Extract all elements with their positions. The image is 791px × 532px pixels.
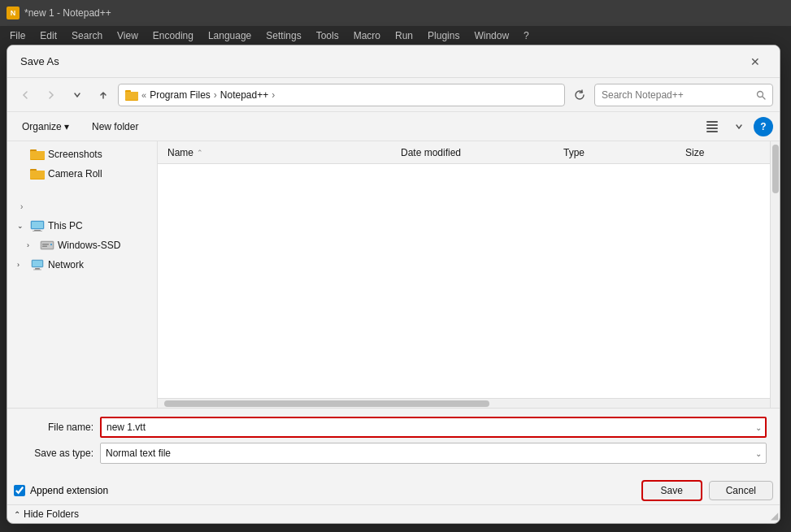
- organize-button[interactable]: Organize ▾: [14, 119, 77, 135]
- sidebar-item-windows-ssd[interactable]: › Windows-SSD: [7, 236, 157, 255]
- svg-rect-27: [33, 270, 41, 270]
- sidebar: Screenshots Camera Roll › ⌄: [7, 141, 158, 408]
- svg-rect-18: [32, 222, 43, 228]
- menu-encoding[interactable]: Encoding: [146, 28, 200, 43]
- help-button[interactable]: ?: [754, 117, 773, 136]
- append-extension-checkbox[interactable]: [14, 485, 25, 496]
- back-button[interactable]: [14, 84, 37, 106]
- svg-rect-25: [33, 261, 42, 266]
- file-list-container: Name ⌃ Date modified Type Size: [158, 141, 770, 408]
- breadcrumb-bar: « Program Files › Notepad++ ›: [118, 84, 565, 106]
- camera-roll-folder-icon: [30, 168, 45, 179]
- svg-rect-14: [30, 171, 45, 179]
- this-pc-icon: [30, 220, 45, 231]
- main-content: Screenshots Camera Roll › ⌄: [7, 141, 780, 408]
- view-dropdown-button[interactable]: [728, 115, 750, 138]
- footer-row: Append extension Save Cancel: [7, 475, 780, 504]
- dialog-close-button[interactable]: ✕: [744, 50, 767, 73]
- svg-rect-2: [125, 92, 138, 100]
- search-icon: [756, 90, 766, 100]
- savetype-select-wrap: Normal text file ⌄: [100, 443, 767, 464]
- screenshots-folder-icon: [30, 149, 45, 160]
- breadcrumb-dropdown-button[interactable]: [66, 84, 89, 106]
- network-icon: [30, 259, 45, 270]
- sidebar-item-network[interactable]: › Network: [7, 255, 157, 275]
- windows-ssd-icon: [40, 240, 54, 251]
- this-pc-label: This PC: [48, 220, 83, 231]
- hide-folders-row: ⌃ Hide Folders: [7, 504, 780, 523]
- toolbar-row: Organize ▾ New folder ?: [7, 112, 780, 141]
- toolbar-right: ?: [702, 115, 773, 138]
- expand-arrow-network: ›: [17, 261, 27, 269]
- list-view-icon: [706, 121, 719, 132]
- search-input[interactable]: [602, 89, 753, 101]
- hide-folders-button[interactable]: ⌃ Hide Folders: [14, 508, 79, 520]
- breadcrumb-part1[interactable]: Program Files: [150, 89, 211, 101]
- col-header-size[interactable]: Size: [682, 145, 763, 160]
- resize-handle[interactable]: ◢: [771, 510, 778, 521]
- col-header-date[interactable]: Date modified: [398, 145, 560, 160]
- col-header-name[interactable]: Name ⌃: [164, 145, 398, 160]
- menu-window[interactable]: Window: [467, 28, 515, 43]
- svg-rect-21: [42, 244, 49, 245]
- sidebar-item-this-pc[interactable]: ⌄ This PC: [7, 216, 157, 236]
- expand-chevron: ›: [20, 202, 23, 211]
- notepad-icon: N: [7, 6, 20, 19]
- svg-rect-7: [706, 128, 718, 129]
- svg-rect-22: [42, 246, 47, 248]
- sort-arrow: ⌃: [197, 149, 203, 157]
- menu-view[interactable]: View: [111, 28, 145, 43]
- svg-rect-8: [706, 131, 718, 132]
- refresh-button[interactable]: [568, 84, 591, 106]
- sidebar-item-camera-roll[interactable]: Camera Roll: [7, 164, 157, 184]
- h-scrollbar-thumb[interactable]: [164, 400, 489, 407]
- expand-arrow-ssd: ›: [27, 241, 37, 249]
- filename-label: File name:: [20, 422, 93, 433]
- sidebar-item-screenshots[interactable]: Screenshots: [7, 145, 157, 164]
- view-icon-button[interactable]: [702, 115, 724, 138]
- menu-file[interactable]: File: [3, 28, 32, 43]
- breadcrumb-part2[interactable]: Notepad++: [220, 89, 268, 101]
- dialog-title: Save As: [20, 55, 59, 67]
- breadcrumb-label: «: [141, 90, 146, 100]
- menu-settings[interactable]: Settings: [259, 28, 307, 43]
- vertical-scrollbar[interactable]: [770, 141, 780, 408]
- svg-line-4: [763, 96, 766, 99]
- save-button[interactable]: Save: [641, 480, 702, 501]
- save-as-dialog: Save As ✕ « Program Files › Notepad++: [7, 45, 780, 524]
- menu-tools[interactable]: Tools: [310, 28, 346, 43]
- menu-search[interactable]: Search: [65, 28, 109, 43]
- col-header-type[interactable]: Type: [560, 145, 682, 160]
- menu-edit[interactable]: Edit: [33, 28, 63, 43]
- filename-input[interactable]: [100, 417, 767, 438]
- menu-run[interactable]: Run: [389, 28, 419, 43]
- dialog-titlebar: Save As ✕: [7, 45, 780, 78]
- savetype-row: Save as type: Normal text file ⌄: [20, 443, 767, 464]
- append-ext-wrap: Append extension: [14, 485, 108, 496]
- savetype-label: Save as type:: [20, 448, 93, 459]
- forward-button[interactable]: [40, 84, 63, 106]
- menu-language[interactable]: Language: [202, 28, 258, 43]
- hide-folders-arrow: ⌃: [14, 510, 20, 519]
- sidebar-expand-row[interactable]: ›: [7, 197, 157, 216]
- navigation-bar: « Program Files › Notepad++ ›: [7, 78, 780, 112]
- new-folder-button[interactable]: New folder: [84, 119, 146, 135]
- v-scrollbar-thumb[interactable]: [772, 145, 779, 193]
- menu-macro[interactable]: Macro: [347, 28, 387, 43]
- camera-roll-label: Camera Roll: [48, 168, 102, 179]
- cancel-button[interactable]: Cancel: [709, 481, 773, 500]
- savetype-select[interactable]: Normal text file: [100, 443, 767, 464]
- search-bar: [594, 84, 773, 106]
- file-list: Name ⌃ Date modified Type Size: [158, 141, 770, 398]
- up-button[interactable]: [92, 84, 115, 106]
- file-list-body: [158, 164, 770, 398]
- svg-rect-23: [50, 244, 52, 245]
- svg-rect-11: [30, 151, 45, 159]
- menu-help[interactable]: ?: [517, 28, 536, 43]
- menu-plugins[interactable]: Plugins: [421, 28, 466, 43]
- horizontal-scrollbar[interactable]: [158, 398, 770, 408]
- append-extension-label[interactable]: Append extension: [30, 485, 108, 496]
- svg-rect-5: [706, 121, 718, 123]
- windows-ssd-label: Windows-SSD: [58, 240, 120, 251]
- expand-arrow-this-pc: ⌄: [17, 222, 27, 230]
